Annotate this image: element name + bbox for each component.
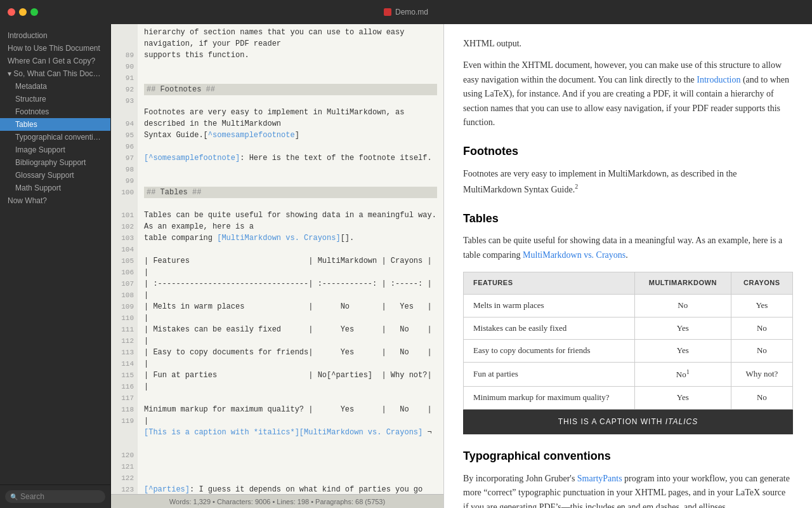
multimarkdown-link[interactable]: MultiMarkdown vs. Crayons xyxy=(523,250,625,260)
line-num: 123 xyxy=(111,484,134,494)
sidebar-item-metadata[interactable]: Metadata xyxy=(0,80,110,93)
preview-content: XHTML output. Even within the XHTML docu… xyxy=(463,37,793,508)
line-num: 119 xyxy=(111,415,134,427)
line-num: 99 xyxy=(111,175,134,187)
sidebar-item-image-support[interactable]: Image Support xyxy=(0,144,110,156)
app-body: Introduction How to Use This Document Wh… xyxy=(0,24,812,508)
line-num: 109 xyxy=(111,301,134,312)
sidebar-item-introduction[interactable]: Introduction xyxy=(0,29,110,42)
search-input[interactable] xyxy=(20,492,100,501)
typographical-text1: By incorporating John Gruber's SmartyPan… xyxy=(463,472,793,508)
editor-line: Tables can be quite useful for showing d… xyxy=(144,210,437,232)
line-numbers: 89 90 91 92 93 94 95 96 97 98 99 100 101… xyxy=(111,24,138,494)
line-num xyxy=(111,107,134,118)
td-cr: No xyxy=(731,340,792,363)
editor-line: | Melts in warm places | No | Yes | | xyxy=(144,301,437,324)
sidebar-item-bibliography[interactable]: Bibliography Support xyxy=(0,156,110,169)
line-num xyxy=(111,438,134,450)
line-num: 90 xyxy=(111,61,134,72)
td-cr: Why not? xyxy=(731,363,792,387)
editor-line xyxy=(144,61,437,72)
fullscreen-button[interactable] xyxy=(30,8,38,16)
line-num: 92 xyxy=(111,84,134,95)
line-num: 108 xyxy=(111,290,134,301)
td-feature: Melts in warm places xyxy=(464,294,635,317)
preview-table: FEATURES MULTIMARKDOWN CRAYONS Melts in … xyxy=(463,272,793,410)
editor-line: Syntax Guide.[^somesamplefootnote] xyxy=(144,130,437,141)
line-num: 107 xyxy=(111,278,134,290)
line-num: 104 xyxy=(111,244,134,255)
editor-line xyxy=(144,175,437,187)
tables-heading: Tables xyxy=(463,210,793,228)
editor-section-header: ## Tables ## xyxy=(144,187,437,198)
table-row: Melts in warm places No Yes xyxy=(464,294,793,317)
editor-content[interactable]: hierarchy of section names that you can … xyxy=(138,24,443,494)
sidebar-item-math[interactable]: Math Support xyxy=(0,182,110,194)
table-row: Minimum markup for maximum quality? Yes … xyxy=(464,387,793,410)
line-num: 120 xyxy=(111,450,134,461)
minimize-button[interactable] xyxy=(19,8,27,16)
sidebar-item-tables[interactable]: Tables xyxy=(0,118,110,131)
line-num: 112 xyxy=(111,335,134,347)
line-num: 100 xyxy=(111,187,134,198)
editor-line xyxy=(144,438,437,450)
table-row: Easy to copy documents for friends Yes N… xyxy=(464,340,793,363)
line-num: 110 xyxy=(111,312,134,324)
sidebar-item-how-to-use[interactable]: How to Use This Document xyxy=(0,42,110,55)
line-num xyxy=(111,38,134,50)
editor-line xyxy=(144,450,437,461)
line-num: 121 xyxy=(111,461,134,472)
line-num: 114 xyxy=(111,358,134,370)
sidebar-item-typographical[interactable]: Typographical conventions xyxy=(0,131,110,144)
td-mm: No xyxy=(634,294,731,317)
sidebar-item-structure[interactable]: Structure xyxy=(0,93,110,105)
line-num: 89 xyxy=(111,50,134,61)
sidebar-item-so-what-can[interactable]: ▾ So, What Can This Document Dem… xyxy=(0,67,110,80)
preview-para1: Even within the XHTML document, however,… xyxy=(463,58,793,130)
td-mm: Yes xyxy=(634,387,731,410)
close-button[interactable] xyxy=(8,8,15,16)
line-num: 98 xyxy=(111,164,134,175)
line-num xyxy=(111,198,134,210)
line-num: 118 xyxy=(111,404,134,415)
editor-line: Minimum markup for maximum quality? | Ye… xyxy=(144,404,437,427)
editor-line: [^somesamplefootnote]: Here is the text … xyxy=(144,152,437,164)
td-cr: No xyxy=(731,387,792,410)
preview-pane[interactable]: XHTML output. Even within the XHTML docu… xyxy=(444,24,812,508)
editor-line xyxy=(144,141,437,152)
td-cr: Yes xyxy=(731,294,792,317)
titlebar-filename: Demo.md xyxy=(395,8,428,17)
td-feature: Easy to copy documents for friends xyxy=(464,340,635,363)
editor-line: supports this function. xyxy=(144,50,437,61)
line-num: 94 xyxy=(111,118,134,130)
line-num: 117 xyxy=(111,392,134,404)
table-header-row: FEATURES MULTIMARKDOWN CRAYONS xyxy=(464,272,793,295)
sidebar-item-where-can-i[interactable]: Where Can I Get a Copy? xyxy=(0,55,110,67)
sidebar: Introduction How to Use This Document Wh… xyxy=(0,24,111,508)
line-num xyxy=(111,427,134,438)
line-num: 106 xyxy=(111,267,134,278)
sidebar-item-now-what[interactable]: Now What? xyxy=(0,194,110,207)
line-num: 115 xyxy=(111,370,134,381)
line-num: 93 xyxy=(111,95,134,107)
editor-section-header: ## Footnotes ## xyxy=(144,84,437,95)
smartypants-link[interactable]: SmartyPants xyxy=(577,474,622,483)
editor-pane: 89 90 91 92 93 94 95 96 97 98 99 100 101… xyxy=(111,24,444,508)
introduction-link[interactable]: Introduction xyxy=(697,75,740,84)
th-features: FEATURES xyxy=(464,272,635,295)
editor-scroll[interactable]: 89 90 91 92 93 94 95 96 97 98 99 100 101… xyxy=(111,24,443,494)
search-icon: 🔍 xyxy=(10,493,18,500)
titlebar-center: Demo.md xyxy=(384,8,428,17)
editor-line xyxy=(144,198,437,210)
editor-line: [^parties]: I guess it depends on what k… xyxy=(144,484,437,494)
editor-line xyxy=(144,164,437,175)
editor-line xyxy=(144,472,437,484)
sidebar-item-footnotes[interactable]: Footnotes xyxy=(0,105,110,118)
th-crayons: CRAYONS xyxy=(731,272,792,295)
line-num: 95 xyxy=(111,130,134,141)
td-mm: Yes xyxy=(634,340,731,363)
traffic-lights xyxy=(8,8,38,16)
sidebar-item-glossary[interactable]: Glossary Support xyxy=(0,169,110,182)
sidebar-nav: Introduction How to Use This Document Wh… xyxy=(0,24,110,485)
td-feature: Fun at parties xyxy=(464,363,635,387)
